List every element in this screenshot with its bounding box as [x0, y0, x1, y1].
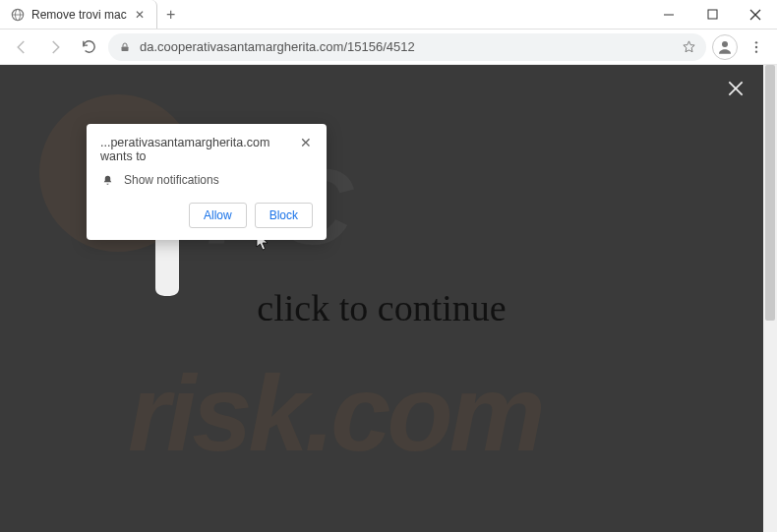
notification-title: ...perativasantamargherita.com wants to: [100, 136, 291, 163]
lock-icon: [118, 40, 132, 54]
cta-text: click to continue: [257, 286, 506, 329]
tab-title: Remove trovi mac: [31, 8, 127, 22]
globe-icon: [10, 7, 26, 23]
window-titlebar: Remove trovi mac ✕ +: [0, 0, 777, 30]
back-button[interactable]: [8, 33, 35, 61]
svg-point-9: [755, 41, 757, 43]
svg-rect-7: [122, 46, 129, 51]
bell-icon: [100, 173, 114, 187]
reload-button[interactable]: [75, 33, 102, 61]
page-viewport: PC risk.com click to continue ...perativ…: [0, 65, 777, 532]
browser-toolbar: da.cooperativasantamargherita.com/15156/…: [0, 30, 777, 65]
overlay-close-button[interactable]: [722, 75, 749, 102]
svg-point-11: [755, 50, 757, 52]
url-text: da.cooperativasantamargherita.com/15156/…: [140, 39, 673, 54]
notification-permission-popup: ...perativasantamargherita.com wants to …: [87, 124, 327, 240]
forward-button[interactable]: [41, 33, 69, 61]
star-icon[interactable]: [681, 39, 696, 55]
watermark-text-2: risk.com: [128, 350, 541, 475]
svg-rect-4: [708, 10, 717, 19]
vertical-scrollbar[interactable]: [763, 65, 777, 532]
maximize-button[interactable]: [690, 0, 734, 29]
window-controls: [647, 0, 777, 29]
close-icon[interactable]: ✕: [133, 8, 147, 22]
scrollbar-thumb[interactable]: [765, 65, 775, 321]
browser-tab[interactable]: Remove trovi mac ✕: [0, 0, 157, 29]
svg-point-10: [755, 45, 757, 47]
svg-point-8: [722, 41, 728, 47]
notification-permission-text: Show notifications: [124, 173, 219, 187]
address-bar[interactable]: da.cooperativasantamargherita.com/15156/…: [108, 33, 706, 61]
new-tab-button[interactable]: +: [157, 0, 185, 29]
minimize-button[interactable]: [647, 0, 690, 29]
window-close-button[interactable]: [734, 0, 777, 29]
close-icon[interactable]: ✕: [299, 136, 313, 149]
menu-button[interactable]: [744, 34, 769, 60]
profile-avatar[interactable]: [712, 34, 738, 60]
allow-button[interactable]: Allow: [189, 203, 247, 228]
block-button[interactable]: Block: [255, 203, 313, 228]
